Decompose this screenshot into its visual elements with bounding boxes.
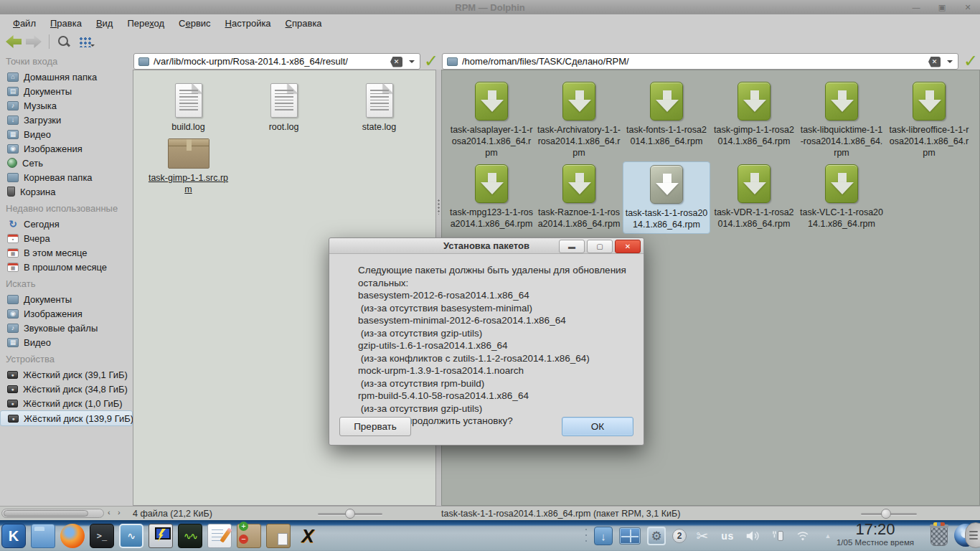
file-item[interactable]: task-fonts-1-1-rosa2014.1.x86_64.rpm [623, 79, 710, 161]
ok-button[interactable]: ОК [562, 417, 633, 436]
places-hscrollbar[interactable] [1, 509, 104, 518]
sidebar-item[interactable]: ◉Изображения [0, 141, 133, 156]
klipper-scissors-icon[interactable]: ✂ [693, 527, 712, 545]
slider-knob[interactable] [881, 509, 891, 519]
desktop-pager-icon[interactable] [619, 527, 641, 545]
dialog-titlebar[interactable]: Установка пакетов ▬ ▢ ✕ [329, 238, 644, 254]
sidebar-item[interactable]: ▦В этом месяце [0, 245, 133, 260]
file-item[interactable]: task-Raznoe-1-1-rosa2014.1.x86_64.rpm [535, 161, 623, 234]
sidebar-item[interactable]: ▦Видео [0, 127, 133, 141]
kde-menu-icon[interactable]: K [1, 524, 26, 548]
right-path-bar[interactable]: /home/roman/files/TASK/Сделано/RPM/ ✕ [442, 53, 958, 70]
menu-item-4[interactable]: Сервис [171, 16, 218, 31]
file-item[interactable]: build.log [141, 80, 236, 136]
sidebar-item[interactable]: ◉Изображения [0, 306, 133, 321]
sidebar-item[interactable]: ♪Музыка [0, 98, 133, 113]
left-zoom-slider[interactable] [318, 513, 382, 515]
download-arrow-icon [838, 90, 847, 100]
search-icon[interactable] [57, 34, 71, 49]
menu-item-1[interactable]: Правка [43, 16, 89, 31]
left-path-apply-icon[interactable]: ✓ [423, 52, 440, 70]
trash-icon[interactable] [930, 526, 948, 546]
file-item[interactable]: state.log [331, 80, 427, 136]
clear-path-icon[interactable]: ✕ [928, 57, 941, 67]
file-item[interactable]: task-gimp-1-1.src.rpm [141, 136, 236, 198]
file-item[interactable]: task-VLC-1-1-rosa2014.1.x86_64.rpm [798, 161, 885, 234]
left-path-text: /var/lib/mock-urpm/Rosa-2014.1-x86_64/re… [154, 56, 348, 67]
file-item[interactable]: task-gimp-1-1-rosa2014.1.x86_64.rpm [710, 79, 798, 161]
text-editor-icon[interactable] [207, 524, 232, 548]
sidebar-item[interactable]: ↓Загрузки [0, 113, 133, 127]
sidebar-item[interactable]: ↻Сегодня [0, 217, 133, 231]
menu-item-5[interactable]: Настройка [218, 16, 278, 31]
view-mode-icon[interactable] [78, 36, 91, 47]
sidebar-item[interactable]: ▤Документы [0, 84, 133, 98]
archive-manager-icon[interactable] [266, 524, 291, 548]
sidebar-item[interactable]: Корневая папка [0, 170, 133, 184]
system-settings-icon[interactable]: ⚙ [647, 527, 666, 545]
right-path-apply-icon[interactable]: ✓ [962, 52, 979, 70]
window-maximize-button[interactable]: ▣ [934, 3, 950, 12]
clear-path-icon[interactable]: ✕ [390, 57, 402, 67]
sidebar-item[interactable]: ▦Видео [0, 335, 133, 349]
sidebar-item[interactable]: ●Жёсткий диск (34,8 ГиБ) [0, 382, 133, 396]
file-item[interactable]: task-VDR-1-1-rosa2014.1.x86_64.rpm [710, 161, 798, 234]
keyboard-layout-icon[interactable]: us [718, 527, 737, 545]
window-close-button[interactable]: ✕ [960, 3, 976, 12]
file-item[interactable]: task-alsaplayer-1-1-rosa2014.1.x86_64.rp… [448, 79, 535, 161]
file-item[interactable]: root.log [236, 80, 331, 136]
file-item[interactable]: task-libreoffice-1-1-rosa2014.1.x86_64.r… [885, 79, 973, 161]
panel-cashew-icon[interactable] [965, 522, 980, 548]
file-manager-icon[interactable] [31, 524, 55, 548]
taskbar-launchers: K>_∿X [1, 524, 320, 548]
clock[interactable]: 17:20 1/05 Местное время [829, 521, 922, 547]
menu-item-3[interactable]: Переход [120, 16, 171, 31]
update-badge-icon[interactable]: 2 [672, 529, 687, 543]
sidebar-item[interactable]: Сеть [0, 156, 133, 170]
left-path-bar[interactable]: /var/lib/mock-urpm/Rosa-2014.1-x86_64/re… [133, 53, 420, 70]
abort-button[interactable]: Прервать [339, 417, 411, 436]
back-icon[interactable] [6, 35, 22, 48]
downloads-folder-icon[interactable]: ↓ [594, 527, 613, 545]
sidebar-item[interactable]: ●Жёсткий диск (139,9 ГиБ) [0, 410, 133, 426]
sidebar-item[interactable]: ▪Вчера [0, 231, 133, 245]
sidebar-item[interactable]: Документы [0, 292, 133, 306]
sidebar-item[interactable]: Корзина [0, 184, 133, 199]
sidebar-item[interactable]: ♪Звуковые файлы [0, 321, 133, 335]
file-item[interactable]: task-mpg123-1-1-rosa2014.1.x86_64.rpm [448, 161, 535, 234]
dialog-close-button[interactable]: ✕ [615, 240, 641, 253]
sidebar-item[interactable]: ⌂Домашняя папка [0, 70, 133, 84]
path-dropdown-icon[interactable] [409, 60, 415, 66]
file-item[interactable]: task-libquicktime-1-1-rosa2014.1.x86_64.… [798, 79, 885, 161]
log-file-icon [175, 83, 202, 118]
scroll-left-icon[interactable]: ‹ [108, 508, 110, 517]
slider-knob[interactable] [345, 509, 355, 519]
dialog-minimize-button[interactable]: ▬ [559, 240, 585, 253]
forward-icon[interactable] [26, 35, 42, 48]
package-manager-icon[interactable] [237, 524, 261, 548]
sidebar-item[interactable]: ●Жёсткий диск (39,1 ГиБ) [0, 367, 133, 382]
window-titlebar[interactable]: RPM — Dolphin — ▣ ✕ [0, 0, 980, 14]
window-minimize-button[interactable]: — [908, 3, 924, 11]
konsole-icon[interactable]: >_ [90, 524, 114, 548]
sidebar-item[interactable]: ●Жёсткий диск (1,0 ГиБ) [0, 396, 133, 410]
dialog-maximize-button[interactable]: ▢ [587, 240, 613, 253]
file-item[interactable]: task-Archivatory-1-1-rosa2014.1.x86_64.r… [535, 79, 623, 161]
scroll-right-icon[interactable]: › [118, 508, 121, 517]
file-item[interactable]: task-task-1-1-rosa2014.1.x86_64.rpm [623, 161, 710, 234]
winscp-icon[interactable] [149, 524, 173, 548]
device-notifier-icon[interactable] [768, 527, 787, 545]
menu-item-6[interactable]: Справка [278, 16, 329, 31]
scrollbar-thumb[interactable] [4, 510, 88, 517]
oscilloscope-icon[interactable] [178, 524, 202, 548]
menu-item-0[interactable]: Файл [6, 16, 43, 31]
volume-icon[interactable] [743, 527, 762, 545]
right-zoom-slider[interactable] [861, 513, 917, 515]
xorg-icon[interactable]: X [296, 524, 320, 548]
firefox-icon[interactable] [60, 524, 85, 548]
system-monitor-icon[interactable]: ∿ [119, 524, 143, 548]
network-wifi-icon[interactable] [793, 527, 812, 545]
menu-item-2[interactable]: Вид [89, 16, 121, 31]
path-dropdown-icon[interactable] [947, 60, 953, 66]
sidebar-item[interactable]: ▦В прошлом месяце [0, 260, 133, 274]
